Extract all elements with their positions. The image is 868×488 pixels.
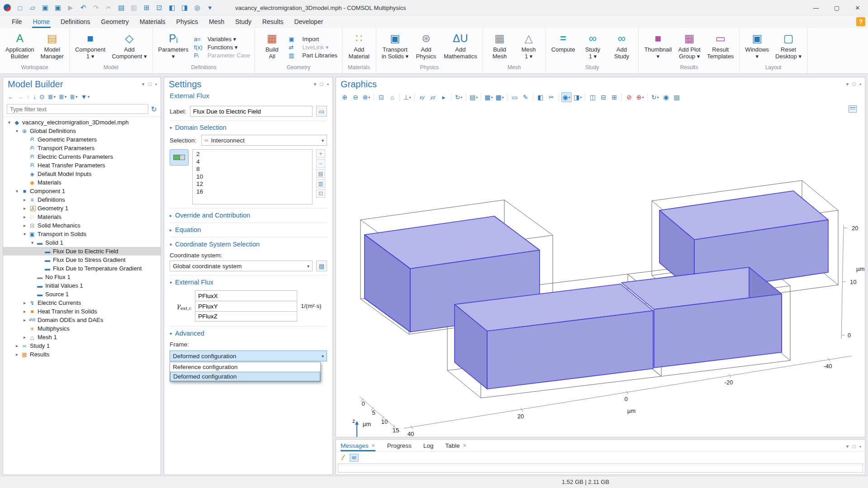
frame-combobox[interactable]: Deformed configuration ▾ (170, 351, 327, 361)
clipping-icon[interactable]: ✂ (546, 92, 556, 102)
copy-icon[interactable]: ▤ (116, 2, 127, 13)
pin-panel-icon[interactable]: ▪ (859, 81, 861, 87)
advanced-header[interactable]: ▾ Advanced (170, 326, 327, 337)
messages-content-row[interactable] (338, 464, 863, 473)
maximize-button[interactable]: ▢ (826, 0, 847, 15)
select-box-icon[interactable]: ▭ (510, 92, 520, 102)
tree-item-solid-1[interactable]: ▾▬Solid 1 (3, 238, 161, 247)
tree-item-materials[interactable]: ▸∷Materials (3, 213, 161, 221)
view-menu-icon[interactable]: ▤▾ (469, 92, 479, 102)
save-icon[interactable]: ▣ (40, 2, 51, 13)
move-down-icon[interactable]: ↓ (33, 93, 36, 100)
tree-item-mesh-1[interactable]: ▸△Mesh 1 (3, 333, 161, 341)
component-1-button[interactable]: ■ Component 1 ▾ (72, 30, 108, 64)
flux-x-input[interactable] (195, 290, 297, 301)
tab-mesh[interactable]: Mesh (204, 15, 230, 28)
minimize-button[interactable]: — (806, 0, 826, 15)
float-panel-icon[interactable]: □ (852, 443, 855, 450)
tab-log[interactable]: Log (423, 442, 434, 451)
tab-messages[interactable]: Messages ✕ (341, 442, 375, 451)
float-panel-icon[interactable]: □ (852, 81, 855, 87)
clear-selection-icon[interactable]: ◨ (179, 2, 190, 13)
reset-desktop-button[interactable]: ▢ Reset Desktop ▾ (773, 30, 804, 64)
tree-item-flux-due-to-electric-field[interactable]: ▬Flux Due to Electric Field (3, 247, 161, 256)
tab-definitions[interactable]: Definitions (55, 15, 95, 28)
compute-button[interactable]: = Compute (549, 30, 578, 64)
back-icon[interactable]: ← (8, 93, 14, 100)
tree-item-no-flux-1[interactable]: ▬No Flux 1 (3, 273, 161, 281)
panel-menu-icon[interactable]: ▾ (846, 81, 849, 87)
help-button[interactable]: ? (856, 17, 865, 26)
tree-item-transport-in-solids[interactable]: ▾▣Transport in Solids (3, 230, 161, 238)
duplicate-icon[interactable]: ⊞ (141, 2, 152, 13)
pin-panel-icon[interactable]: ▪ (327, 81, 329, 87)
functions-button[interactable]: f(x) Functions ▾ (194, 44, 251, 51)
panel-menu-icon[interactable]: ▾ (846, 443, 849, 450)
print-icon[interactable]: ▤ (672, 92, 682, 102)
environment-reflections-icon[interactable]: ◨▾ (573, 92, 583, 102)
default-3d-view-icon[interactable]: ⌂ (387, 92, 397, 102)
frame-option-reference[interactable]: Reference configuration (170, 362, 320, 372)
tab-table[interactable]: Table ✕ (445, 442, 467, 451)
update-scene-icon[interactable]: ↻▾ (650, 92, 660, 102)
clear-messages-icon[interactable] (340, 454, 347, 461)
tree-item-initial-values-1[interactable]: ▬Initial Values 1 (3, 281, 161, 290)
windows-button[interactable]: ▣ Windows ▾ (742, 30, 772, 64)
flux-z-input[interactable] (195, 311, 297, 322)
float-panel-icon[interactable]: □ (148, 81, 151, 87)
tab-progress[interactable]: Progress (387, 442, 412, 451)
draw-icon[interactable]: ✎ (521, 92, 531, 102)
mesh-1-button[interactable]: △ Mesh 1 ▾ (515, 30, 543, 64)
selection-show-icon[interactable]: ⊕▾ (635, 92, 645, 102)
go-to-source-icon[interactable]: ▤ (316, 261, 327, 271)
select-icon[interactable]: ◧ (166, 2, 177, 13)
plot-menu-icon[interactable]: ▦▾ (484, 92, 493, 102)
tree-item-heat-transfer-in-solids[interactable]: ▸■Heat Transfer in Solids (3, 307, 161, 316)
merge-views-icon[interactable]: ⊞ (609, 92, 619, 102)
tree-item-geometry-1[interactable]: ▸AGeometry 1 (3, 204, 161, 213)
selection-off-icon[interactable]: ⊘ (624, 92, 634, 102)
add-physics-button[interactable]: ⊛ Add Physics (412, 30, 440, 64)
coordinate-system-combobox[interactable]: Global coordinate system ▾ (170, 261, 313, 271)
new-file-icon[interactable]: □ (14, 2, 25, 13)
panel-menu-icon[interactable]: ▾ (142, 81, 144, 87)
expand-all-icon[interactable]: ≣▾ (48, 93, 56, 100)
environment-menu-icon[interactable]: ▩▾ (495, 92, 505, 102)
delete-icon[interactable]: ⊡ (154, 2, 165, 13)
collapse-all-icon[interactable]: ≣▾ (59, 93, 66, 100)
frame-option-deformed[interactable]: Deformed configuration (170, 372, 320, 381)
transport-in-solids-button[interactable]: ▣ Transport in Solids ▾ (379, 30, 411, 64)
tree-item-geometric-parameters[interactable]: PᵢGeometric Parameters (3, 135, 161, 144)
remove-from-selection-icon[interactable]: − (316, 159, 325, 168)
variables-button[interactable]: a= Variables ▾ (194, 36, 251, 43)
flux-y-input[interactable] (195, 301, 297, 311)
zoom-in-icon[interactable]: ⊕ (340, 92, 350, 102)
snapshot-icon[interactable]: ◉ (661, 92, 671, 102)
pin-panel-icon[interactable]: ▪ (155, 81, 157, 87)
tree-item-definitions[interactable]: ▸≡Definitions (3, 195, 161, 204)
result-templates-button[interactable]: ▭ Result Templates (704, 30, 736, 64)
show-message-window-icon[interactable]: ✉ (350, 454, 359, 462)
tree-item-electric-currents[interactable]: ▸↯Electric Currents (3, 298, 161, 307)
tree-item-source-1[interactable]: ▬Source 1 (3, 290, 161, 298)
tree-filter-input[interactable] (7, 104, 148, 114)
tree-item-results[interactable]: ▸▦Results (3, 350, 161, 359)
rename-label-icon[interactable]: ▭ (316, 106, 327, 117)
tree-item-solid-mechanics[interactable]: ▸⊟Solid Mechanics (3, 221, 161, 230)
view-yz-icon[interactable]: yz (428, 92, 438, 102)
tree-item-global-definitions[interactable]: ▾⊕Global Definitions (3, 127, 161, 135)
view-xy-icon[interactable]: xy (417, 92, 427, 102)
add-study-button[interactable]: ∞ Add Study (607, 30, 636, 64)
node-grouping-icon[interactable]: ≣▾ (70, 93, 77, 100)
active-toggle-button[interactable] (170, 149, 189, 166)
zoom-out-icon[interactable]: ⊖ (351, 92, 360, 102)
tree-item-default-model-inputs[interactable]: ◈Default Model Inputs (3, 170, 161, 178)
paste-selection-icon[interactable]: ▥ (316, 179, 325, 188)
tree-item-materials-global[interactable]: ◉Materials (3, 178, 161, 187)
label-input[interactable] (190, 106, 313, 117)
coordinate-system-selection-header[interactable]: ▾ Coordinate System Selection (170, 237, 327, 248)
show-options-icon[interactable]: ⊙ (39, 93, 45, 100)
tab-results[interactable]: Results (257, 15, 289, 28)
split-vertical-icon[interactable]: ⊟ (598, 92, 608, 102)
tab-study[interactable]: Study (230, 15, 257, 28)
